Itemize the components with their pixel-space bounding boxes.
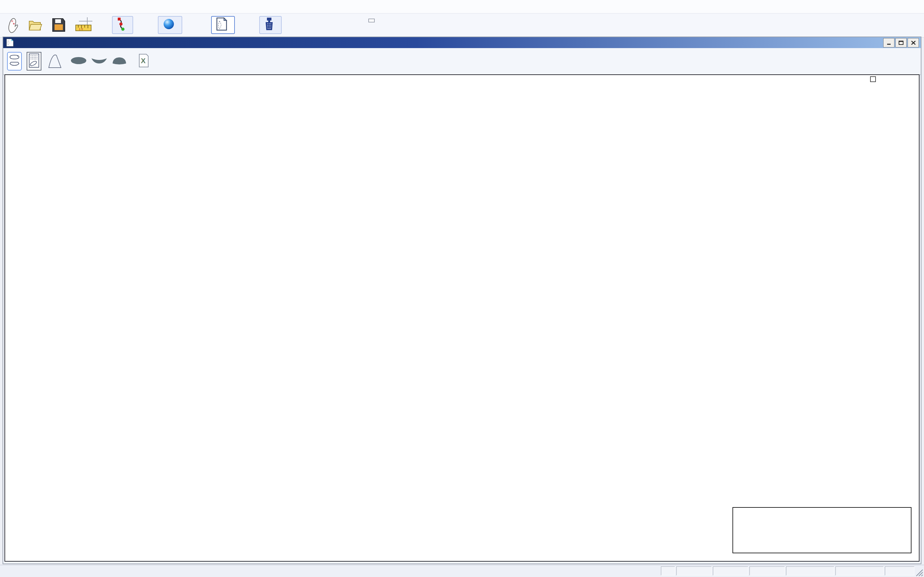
outline-views-button[interactable] — [7, 52, 22, 71]
resize-grip-icon[interactable] — [915, 568, 923, 577]
section-shape-button[interactable] — [111, 52, 128, 71]
status-y — [713, 566, 748, 575]
plan-shape-icon — [70, 56, 87, 66]
pointer-hand-icon[interactable] — [7, 17, 19, 35]
ruler-icon[interactable]: 1 0 — [74, 17, 92, 35]
status-bar — [0, 565, 924, 577]
profile-curve-icon — [48, 53, 62, 69]
drawing-date — [868, 76, 876, 82]
status-x — [676, 566, 712, 575]
measurements-sheet-button[interactable] — [27, 52, 41, 71]
menu-bar — [0, 0, 924, 13]
excel-icon: X — [138, 53, 150, 69]
open-folder-icon[interactable] — [28, 17, 42, 33]
minimize-button[interactable] — [883, 38, 895, 47]
cnc-button[interactable] — [259, 16, 282, 34]
excel-export-button[interactable]: X — [137, 52, 151, 71]
status-empty-2 — [835, 566, 884, 575]
close-button[interactable] — [908, 38, 919, 47]
plan-shape-button[interactable] — [69, 52, 87, 71]
rocker-shape-button[interactable] — [90, 52, 108, 71]
status-z — [750, 566, 785, 575]
fin-annotation-front — [200, 132, 208, 166]
main-toolbar: 1 0 — [0, 13, 924, 37]
unit-inch[interactable] — [368, 19, 375, 23]
cnc-machine-icon — [264, 17, 274, 33]
status-empty-1 — [786, 566, 834, 575]
view-toolbar: X — [3, 48, 921, 75]
application-window: 1 0 — [0, 0, 924, 577]
design-nodes-icon — [117, 17, 126, 33]
section-shape-icon — [112, 56, 127, 66]
maximize-button[interactable] — [895, 38, 907, 47]
document-icon — [6, 39, 14, 48]
sphere-icon — [163, 18, 174, 32]
rocker-shape-icon — [91, 57, 107, 65]
profile-curve-button[interactable] — [47, 52, 63, 71]
svg-text:1 0: 1 0 — [79, 27, 83, 31]
date-checkbox[interactable] — [870, 76, 876, 82]
drawing-canvas[interactable] — [5, 74, 919, 562]
design-button[interactable] — [112, 16, 133, 34]
measurements-sheet-icon — [29, 53, 39, 69]
status-empty-3 — [885, 566, 914, 575]
status-unit — [661, 566, 675, 575]
document-titlebar[interactable] — [3, 37, 921, 48]
svg-text:X: X — [141, 57, 145, 65]
save-icon[interactable] — [51, 17, 65, 34]
fin-annotation-rear — [113, 169, 121, 204]
plan-button[interactable] — [211, 16, 235, 34]
outline-views-icon — [9, 54, 20, 69]
3d-view-button[interactable] — [158, 16, 182, 34]
model-info-box — [732, 507, 911, 553]
plan-document-icon — [216, 17, 227, 33]
